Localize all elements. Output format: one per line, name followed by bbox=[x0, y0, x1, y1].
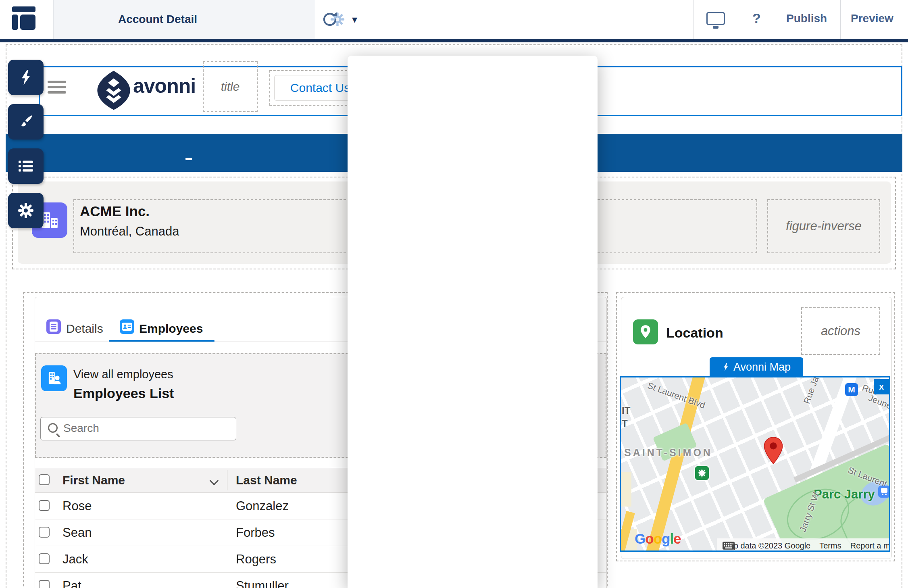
column-header-last-name[interactable]: Last Name bbox=[236, 473, 297, 487]
device-preview-icon[interactable] bbox=[706, 12, 725, 25]
keyboard-icon bbox=[723, 542, 735, 550]
divider bbox=[738, 0, 738, 39]
avonni-map-component-badge[interactable]: Avonni Map bbox=[710, 357, 803, 377]
builder-logo-icon[interactable] bbox=[12, 6, 39, 32]
employees-list-title: Employees List bbox=[73, 386, 174, 401]
avonni-logo-icon bbox=[94, 70, 134, 112]
figure-inverse-placeholder[interactable]: figure-inverse bbox=[767, 199, 880, 253]
page-selector[interactable]: Account Detail ▾ bbox=[53, 0, 315, 39]
preview-button[interactable]: Preview bbox=[851, 12, 893, 25]
title-placeholder[interactable]: title bbox=[203, 61, 258, 112]
highway-maple-leaf-icon bbox=[694, 465, 710, 481]
employees-subtitle: View all employees bbox=[73, 368, 173, 381]
settings-gear-button[interactable] bbox=[8, 193, 44, 228]
map-report-link[interactable]: Report a map e bbox=[850, 541, 890, 550]
column-divider bbox=[227, 470, 227, 490]
details-tab-icon[interactable] bbox=[46, 319, 61, 334]
row-checkbox[interactable] bbox=[39, 527, 50, 538]
experience-builder-screen: Account Detail ▾ ? Publish Previ bbox=[0, 0, 908, 588]
row-checkbox[interactable] bbox=[39, 553, 50, 564]
map-attribution: Map data ©2023 Google Terms Report a map… bbox=[717, 538, 890, 552]
account-name: ACME Inc. bbox=[80, 203, 150, 219]
lightning-icon bbox=[722, 363, 729, 371]
cell-last-name: Stumuller bbox=[236, 579, 289, 588]
avonni-map-settings-panel bbox=[348, 56, 598, 588]
google-map[interactable]: St Laurent Blvd IT T SAINT-SIMON Rue Jar… bbox=[620, 376, 890, 552]
location-title: Location bbox=[666, 325, 723, 341]
actions-placeholder[interactable]: actions bbox=[801, 307, 880, 355]
map-label-jeunesse: Jeuness bbox=[867, 393, 890, 415]
divider bbox=[776, 0, 776, 39]
employees-list-icon bbox=[41, 365, 67, 391]
component-badge-label: Avonni Map bbox=[733, 361, 791, 373]
theme-brush-button[interactable] bbox=[8, 104, 44, 140]
announcement-icon bbox=[185, 276, 204, 290]
divider bbox=[840, 0, 841, 39]
column-header-first-name[interactable]: First Name bbox=[62, 473, 125, 487]
location-pin-icon bbox=[633, 319, 658, 344]
components-lightning-button[interactable] bbox=[8, 60, 44, 95]
transit-station-icon bbox=[878, 486, 890, 498]
row-checkbox[interactable] bbox=[39, 500, 50, 511]
banner-text-right: ud to the Next Level. bbox=[634, 280, 745, 294]
page-title: Account Detail bbox=[118, 13, 197, 26]
cell-first-name: Rose bbox=[62, 499, 92, 513]
google-logo: Google bbox=[635, 531, 681, 547]
help-icon[interactable]: ? bbox=[752, 10, 761, 26]
refresh-icon[interactable] bbox=[321, 10, 339, 28]
map-label-saint-simon: SAINT-SIMON bbox=[624, 447, 712, 459]
cell-last-name: Forbes bbox=[236, 525, 275, 540]
row-checkbox[interactable] bbox=[39, 580, 50, 588]
employees-tab-icon[interactable] bbox=[120, 319, 134, 334]
map-data-attribution: Map data ©2023 Google bbox=[723, 541, 810, 550]
canvas-top-border bbox=[0, 39, 908, 42]
brand-wordmark: avonni bbox=[133, 74, 196, 98]
map-terms-link[interactable]: Terms bbox=[819, 541, 841, 550]
cell-first-name: Pat bbox=[62, 579, 81, 588]
banner-text-left: Just Released, Avonni Co bbox=[211, 280, 350, 294]
divider bbox=[693, 0, 693, 39]
structure-list-button[interactable] bbox=[8, 148, 44, 184]
cell-first-name: Jack bbox=[62, 552, 88, 567]
map-label-fragment: IT bbox=[622, 405, 630, 416]
page-dropdown-caret-icon[interactable]: ▾ bbox=[352, 13, 357, 26]
map-label-fragment: T bbox=[622, 418, 628, 429]
hamburger-menu-icon[interactable] bbox=[48, 81, 66, 96]
publish-button[interactable]: Publish bbox=[786, 12, 827, 25]
search-input[interactable] bbox=[63, 417, 233, 439]
account-location: Montréal, Canada bbox=[80, 224, 179, 239]
cell-first-name: Sean bbox=[62, 525, 92, 540]
map-label-rue-jarry: Rue Jarry bbox=[802, 376, 825, 405]
tab-employees[interactable]: Employees bbox=[139, 322, 203, 336]
device-preview-icon-stand bbox=[713, 26, 718, 29]
map-label-parc-jarry: Parc Jarry bbox=[814, 487, 875, 502]
search-icon bbox=[48, 423, 58, 433]
map-lot bbox=[620, 472, 631, 507]
metro-station-icon: M bbox=[845, 383, 858, 396]
employees-search[interactable] bbox=[40, 417, 236, 440]
cell-last-name: Rogers bbox=[236, 552, 276, 567]
tab-details[interactable]: Details bbox=[66, 322, 103, 336]
announcement-icon-stand bbox=[185, 158, 192, 160]
map-close-button[interactable]: x bbox=[874, 379, 889, 394]
top-toolbar: Account Detail ▾ ? Publish Previ bbox=[0, 0, 908, 39]
cell-last-name: Gonzalez bbox=[236, 499, 289, 513]
select-all-checkbox[interactable] bbox=[39, 474, 50, 485]
